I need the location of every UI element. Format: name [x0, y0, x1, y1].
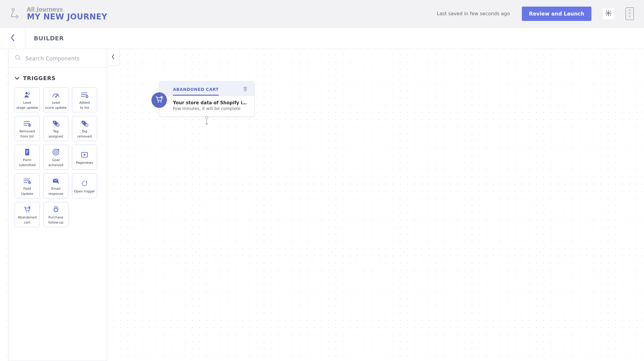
purchase-icon	[52, 204, 59, 215]
node-message-subtitle: Few minutes, it will be complete	[173, 106, 248, 111]
svg-point-36	[84, 154, 85, 156]
svg-point-3	[629, 13, 631, 14]
svg-line-9	[56, 94, 58, 97]
back-button[interactable]	[0, 27, 25, 49]
svg-point-47	[158, 101, 159, 103]
tag-plus-icon	[52, 118, 60, 129]
email-icon	[52, 176, 60, 186]
chevron-left-icon	[10, 33, 15, 43]
svg-point-53	[206, 117, 208, 119]
components-sidebar: TRIGGERS Leadstage updateLeadscore updat…	[8, 49, 107, 361]
tile-label-line2: to list	[80, 106, 89, 110]
tile-label-line2: removed	[77, 135, 92, 139]
chevron-down-icon	[15, 75, 19, 81]
tile-label-line2: Update	[21, 192, 33, 196]
search-row	[9, 49, 107, 68]
tile-label-line1: Abandoned	[18, 216, 37, 220]
trigger-tile-tag-minus[interactable]: Tagremoved	[72, 116, 97, 141]
node-output-connector[interactable]	[205, 116, 209, 128]
node-badge	[151, 92, 167, 108]
last-saved-text: Last saved in few seconds ago	[437, 11, 510, 16]
page-title: MY NEW JOURNEY	[27, 12, 107, 21]
vertical-dots-icon	[629, 9, 631, 18]
trigger-tile-page[interactable]: Pageviews	[72, 145, 97, 170]
tile-label-line1: Purchase	[48, 216, 63, 220]
tile-label-line1: Tag	[53, 130, 59, 134]
triggers-section-header[interactable]: TRIGGERS	[15, 75, 101, 81]
review-launch-button[interactable]: Review and Launch	[522, 7, 591, 21]
triggers-label: TRIGGERS	[23, 75, 56, 81]
tile-label-line2: from list	[20, 135, 34, 139]
svg-point-2	[629, 10, 631, 11]
collapse-sidebar-button[interactable]	[107, 49, 119, 66]
tile-label-line2: stage update	[16, 106, 38, 110]
tile-label-line2: submitted	[19, 163, 36, 167]
app-header: All Journeys MY NEW JOURNEY Last saved i…	[0, 0, 644, 27]
trigger-tile-field[interactable]: FieldUpdate	[15, 173, 40, 198]
svg-point-42	[28, 212, 30, 213]
svg-point-0	[12, 8, 14, 11]
tile-label-line1: Open trigger	[74, 190, 95, 194]
trigger-tile-open[interactable]: Open trigger	[72, 173, 97, 198]
settings-button[interactable]	[602, 7, 615, 20]
header-titles: All Journeys MY NEW JOURNEY	[27, 6, 107, 21]
tile-label-line1: Lead	[23, 101, 31, 105]
page-icon	[81, 150, 88, 160]
svg-line-6	[19, 59, 20, 60]
tile-label-line1: Field	[23, 187, 31, 191]
trigger-tile-purchase[interactable]: Purchasefollow-up	[43, 202, 68, 227]
svg-rect-28	[25, 149, 29, 155]
trigger-tile-tag-plus[interactable]: Tagassigned	[43, 116, 68, 141]
svg-point-41	[26, 212, 27, 213]
trigger-grid: Leadstage updateLeadscore updateAddedto …	[15, 87, 101, 227]
cart-icon	[23, 204, 31, 215]
overflow-menu-button[interactable]	[625, 7, 634, 20]
tile-label-line1: Removed	[19, 130, 35, 134]
tile-label-line2: score update	[45, 106, 67, 110]
section-title: BUILDER	[25, 35, 64, 42]
tile-label-line1: Pageviews	[76, 161, 93, 165]
trigger-tile-list-remove[interactable]: Removedfrom list	[15, 116, 40, 141]
trigger-tile-cart[interactable]: Abandonedcart	[15, 202, 40, 227]
goal-icon	[52, 147, 60, 157]
list-add-icon	[80, 90, 89, 100]
node-header: ABANDONED CART	[159, 82, 254, 96]
tile-label-line1: Goal	[52, 158, 59, 162]
workspace-canvas[interactable]: TRIGGERS Leadstage updateLeadscore updat…	[0, 49, 644, 361]
trigger-tile-form[interactable]: Formsubmitted	[15, 145, 40, 170]
tile-label-line1: Lead	[52, 101, 60, 105]
tile-label-line1: Added	[79, 101, 90, 105]
gear-icon	[605, 10, 612, 17]
svg-point-48	[160, 101, 162, 103]
tile-label-line2: response	[48, 192, 63, 196]
svg-point-34	[56, 152, 56, 153]
trigger-tile-lead-stage[interactable]: Leadstage update	[15, 87, 40, 112]
search-icon	[15, 54, 21, 62]
node-tab-label: ABANDONED CART	[173, 87, 219, 96]
form-icon	[24, 147, 30, 157]
canvas-node-abandoned-cart[interactable]: ABANDONED CART Your store data of Shopif…	[159, 81, 254, 117]
journey-icon	[10, 8, 20, 20]
trigger-tile-gauge[interactable]: Leadscore update	[43, 87, 68, 112]
delete-node-button[interactable]	[243, 86, 248, 96]
svg-point-1	[608, 12, 609, 14]
svg-point-7	[25, 92, 28, 94]
trigger-tile-list-add[interactable]: Addedto list	[72, 87, 97, 112]
search-input[interactable]	[25, 55, 101, 62]
tile-label-line1: Form	[23, 158, 31, 162]
trigger-tile-goal[interactable]: Goalacheived	[43, 145, 68, 170]
svg-point-25	[82, 122, 84, 123]
gauge-icon	[52, 90, 60, 100]
tile-label-line2: acheived	[48, 163, 63, 167]
svg-point-21	[54, 122, 55, 123]
node-body: Your store data of Shopify is being sync…	[159, 96, 254, 116]
list-remove-icon	[23, 118, 31, 129]
tile-label-line2: assigned	[49, 135, 63, 139]
breadcrumb[interactable]: All Journeys	[27, 6, 107, 12]
tile-label-line2: cart	[24, 221, 30, 225]
trigger-tile-email[interactable]: Emailresponse	[43, 173, 68, 198]
node-message-title: Your store data of Shopify is being sync…	[173, 100, 248, 105]
tile-label-line1: Email	[51, 187, 61, 191]
tag-minus-icon	[81, 118, 88, 129]
svg-rect-46	[54, 209, 57, 211]
